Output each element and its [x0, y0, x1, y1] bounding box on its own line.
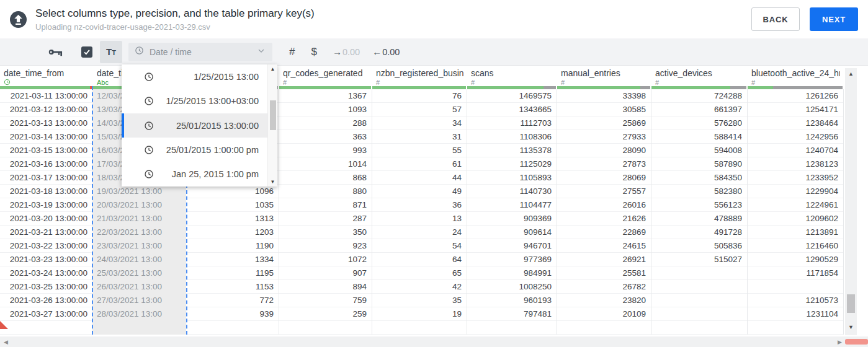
table-cell[interactable]: 23820 [557, 294, 651, 307]
table-cell[interactable]: 54 [372, 239, 467, 253]
table-cell[interactable] [467, 321, 557, 335]
table-cell[interactable]: 1108306 [467, 130, 557, 144]
table-cell[interactable]: 259 [279, 307, 372, 321]
table-cell[interactable]: 27933 [557, 130, 651, 144]
table-cell[interactable]: 33398 [557, 89, 651, 103]
table-cell[interactable]: 1153 [186, 280, 279, 294]
column-header[interactable]: scans# [467, 66, 557, 89]
table-cell[interactable]: 1014 [279, 157, 372, 171]
table-cell[interactable]: 2021-03-24 13:00:00 [0, 266, 93, 280]
table-cell[interactable] [279, 321, 372, 335]
table-cell[interactable] [372, 321, 467, 335]
table-cell[interactable]: 2021-03-20 13:00:00 [0, 212, 93, 226]
table-cell[interactable]: 2021-03-12 13:00:00 [0, 103, 93, 116]
table-cell[interactable]: 772 [186, 294, 279, 307]
table-cell[interactable]: 57 [372, 103, 467, 116]
table-cell[interactable]: 1105893 [467, 171, 557, 185]
scroll-up-arrow-icon[interactable]: ▲ [845, 71, 857, 77]
table-cell[interactable]: 661397 [651, 103, 748, 116]
table-cell[interactable]: 1210573 [748, 294, 844, 307]
table-cell[interactable]: 1290529 [748, 253, 844, 266]
table-cell[interactable]: 49 [372, 185, 467, 198]
table-cell[interactable]: 25581 [557, 266, 651, 280]
column-header[interactable]: date_time_from [0, 66, 93, 89]
table-cell[interactable] [651, 266, 748, 280]
table-cell[interactable] [557, 321, 651, 335]
table-cell[interactable]: 1254171 [748, 103, 844, 116]
table-cell[interactable]: 27873 [557, 157, 651, 171]
table-cell[interactable] [651, 307, 748, 321]
table-cell[interactable] [186, 321, 279, 335]
table-cell[interactable]: 1171854 [748, 266, 844, 280]
table-cell[interactable]: 556123 [651, 198, 748, 212]
table-cell[interactable]: 26921 [557, 253, 651, 266]
table-cell[interactable]: 30585 [557, 103, 651, 116]
table-cell[interactable]: 1334 [186, 253, 279, 266]
table-cell[interactable]: 22/03/2021 13:00 [93, 226, 186, 239]
table-cell[interactable]: 984991 [467, 266, 557, 280]
table-cell[interactable]: 1233952 [748, 171, 844, 185]
table-cell[interactable]: 23/03/2021 13:00 [93, 239, 186, 253]
table-cell[interactable]: 1190 [186, 239, 279, 253]
decrease-decimals-button[interactable]: ← 0.00 [372, 46, 400, 57]
table-cell[interactable]: 2021-03-26 13:00:00 [0, 294, 93, 307]
table-cell[interactable]: 19/03/2021 13:00 [93, 185, 186, 198]
table-cell[interactable]: 1035 [186, 198, 279, 212]
table-cell[interactable]: 1112703 [467, 116, 557, 130]
column-header[interactable]: bluetooth_active_24_hr_# [748, 66, 844, 89]
increase-decimals-button[interactable]: → 0.00 [333, 46, 360, 57]
table-cell[interactable]: 505836 [651, 239, 748, 253]
column-header[interactable]: active_devices# [651, 66, 748, 89]
table-cell[interactable]: 363 [279, 130, 372, 144]
table-cell[interactable]: 797481 [467, 307, 557, 321]
dropdown-scrollbar-thumb[interactable] [270, 100, 276, 130]
table-cell[interactable]: 27557 [557, 185, 651, 198]
table-cell[interactable]: 26016 [557, 198, 651, 212]
table-cell[interactable]: 478889 [651, 212, 748, 226]
table-cell[interactable]: 288 [279, 116, 372, 130]
table-cell[interactable]: 1093 [279, 103, 372, 116]
dropdown-option[interactable]: 1/25/2015 13:00 [122, 64, 277, 89]
table-cell[interactable]: 2021-03-15 13:00:00 [0, 144, 93, 157]
dropdown-option[interactable]: Jan 25, 2015 1:00 pm [122, 162, 277, 187]
table-cell[interactable]: 28069 [557, 171, 651, 185]
table-cell[interactable]: 2021-03-17 13:00:00 [0, 171, 93, 185]
table-cell[interactable]: 584350 [651, 171, 748, 185]
table-cell[interactable]: 724288 [651, 89, 748, 103]
table-cell[interactable]: 42 [372, 280, 467, 294]
table-cell[interactable]: 923 [279, 239, 372, 253]
table-cell[interactable]: 24615 [557, 239, 651, 253]
table-cell[interactable]: 2021-03-22 13:00:00 [0, 239, 93, 253]
number-type-icon[interactable]: # [289, 46, 295, 58]
table-cell[interactable]: 19 [372, 307, 467, 321]
currency-type-icon[interactable]: $ [311, 46, 316, 58]
table-cell[interactable]: 1343665 [467, 103, 557, 116]
table-cell[interactable]: 76 [372, 89, 467, 103]
table-cell[interactable]: 1104477 [467, 198, 557, 212]
table-cell[interactable]: 946701 [467, 239, 557, 253]
table-cell[interactable]: 26782 [557, 280, 651, 294]
table-cell[interactable]: 1261266 [748, 89, 844, 103]
table-cell[interactable]: 1195 [186, 266, 279, 280]
dropdown-scrollbar[interactable]: ▲ ▼ [267, 64, 277, 187]
table-cell[interactable]: 1008250 [467, 280, 557, 294]
vertical-scrollbar[interactable]: ▲ ▼ [845, 68, 857, 335]
table-cell[interactable]: 28/03/2021 13:00 [93, 307, 186, 321]
scroll-down-arrow-icon[interactable]: ▼ [268, 179, 277, 185]
table-cell[interactable]: 36 [372, 198, 467, 212]
table-cell[interactable]: 2021-03-13 13:00:00 [0, 116, 93, 130]
table-cell[interactable]: 1140730 [467, 185, 557, 198]
scroll-down-arrow-icon[interactable]: ▼ [845, 324, 857, 330]
table-cell[interactable]: 24/03/2021 13:00 [93, 253, 186, 266]
datetime-format-select[interactable]: Date / time [128, 43, 272, 61]
table-cell[interactable]: 491728 [651, 226, 748, 239]
table-cell[interactable]: 21626 [557, 212, 651, 226]
table-cell[interactable]: 13 [372, 212, 467, 226]
table-cell[interactable]: 20109 [557, 307, 651, 321]
table-cell[interactable]: 939 [186, 307, 279, 321]
table-cell[interactable] [651, 280, 748, 294]
table-cell[interactable]: 871 [279, 198, 372, 212]
table-cell[interactable]: 909369 [467, 212, 557, 226]
table-cell[interactable]: 27/03/2021 13:00 [93, 294, 186, 307]
scroll-left-arrow-icon[interactable]: ◀ [4, 339, 8, 345]
